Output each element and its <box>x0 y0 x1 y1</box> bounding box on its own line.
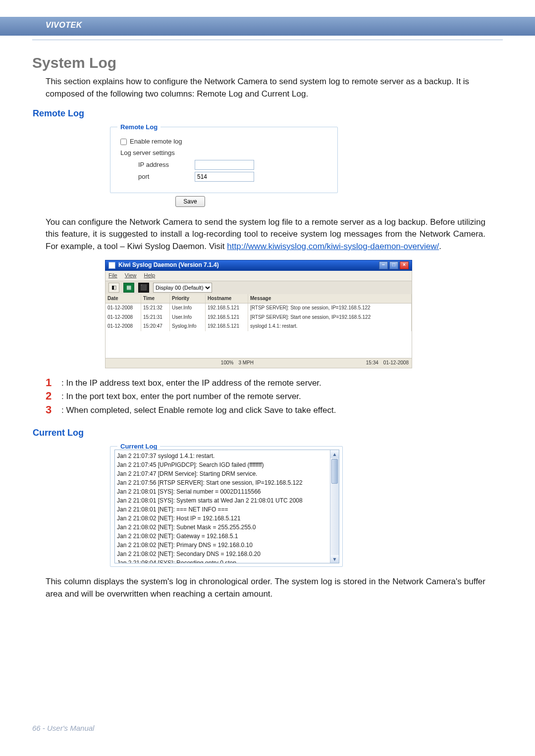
kiwi-link[interactable]: http://www.kiwisyslog.com/kiwi-syslog-da… <box>227 242 439 251</box>
page-title: System Log <box>32 54 116 71</box>
port-label: port <box>120 172 195 182</box>
status-date: 01-12-2008 <box>383 359 409 367</box>
log-line: Jan 2 21:08:02 [NET]: Secondary DNS = 19… <box>117 550 337 558</box>
display-select[interactable]: Display 00 (Default) <box>153 283 212 293</box>
toolbar-button-2[interactable]: ▦ <box>123 283 134 293</box>
table-header: Date Time Priority Hostname Message <box>106 294 412 304</box>
col-hostname[interactable]: Hostname <box>206 294 248 303</box>
scrollbar[interactable]: ▲ ▼ <box>330 450 339 563</box>
menu-bar: File View Help <box>105 271 412 281</box>
log-server-settings-label: Log server settings <box>120 149 195 158</box>
ip-address-label: IP address <box>120 160 195 170</box>
ip-address-input[interactable] <box>195 160 254 170</box>
window-titlebar: Kiwi Syslog Daemon (Version 7.1.4) – □ × <box>105 260 412 271</box>
port-input[interactable] <box>195 172 254 182</box>
save-button[interactable]: Save <box>175 196 205 207</box>
minimize-button[interactable]: – <box>379 261 388 269</box>
kiwi-syslog-window: Kiwi Syslog Daemon (Version 7.1.4) – □ ×… <box>105 260 412 368</box>
brand-label: VIVOTEK <box>46 21 82 30</box>
remote-log-description: You can configure the Network Camera to … <box>46 216 485 253</box>
current-log-figure: Current Log Jan 2 21:07:37 syslogd 1.4.1… <box>110 446 343 567</box>
step-1-text: In the IP address text box, enter the IP… <box>66 378 321 388</box>
current-log-description: This column displays the system's log in… <box>46 576 485 600</box>
log-line: Jan 2 21:08:01 [SYS]: System starts at W… <box>117 496 337 505</box>
close-button[interactable]: × <box>400 261 409 269</box>
col-date[interactable]: Date <box>106 294 141 303</box>
menu-file[interactable]: File <box>108 272 117 278</box>
step-3-text: When completed, select Enable remote log… <box>66 405 336 415</box>
page-footer: 66 - User's Manual <box>32 724 94 732</box>
menu-help[interactable]: Help <box>144 272 156 278</box>
step-number-1: 1 <box>46 377 61 388</box>
log-line: Jan 2 21:07:37 syslogd 1.4.1: restart. <box>117 452 337 460</box>
steps-list: 1 : In the IP address text box, enter th… <box>46 377 485 416</box>
step-number-3: 3 <box>46 404 61 415</box>
col-priority[interactable]: Priority <box>170 294 206 303</box>
log-line: Jan 2 21:07:47 [DRM Service]: Starting D… <box>117 469 337 478</box>
window-title: Kiwi Syslog Daemon (Version 7.1.4) <box>118 261 219 269</box>
scroll-down-icon[interactable]: ▼ <box>330 555 339 563</box>
enable-remote-log-label: Enable remote log <box>130 137 204 147</box>
table-row[interactable]: 01-12-2008 15:20:47 Syslog.Info 192.168.… <box>106 322 412 331</box>
status-time: 15:34 <box>366 359 378 367</box>
log-line: Jan 2 21:08:04 [SYS]: Recording entry 0 … <box>117 558 337 563</box>
log-line: Jan 2 21:08:02 [NET]: Host IP = 192.168.… <box>117 514 337 523</box>
remote-log-legend: Remote Log <box>117 123 160 132</box>
remote-log-desc-end: . <box>439 242 441 251</box>
table-row[interactable]: 01-12-2008 15:21:32 User.Info 192.168.5.… <box>106 303 412 313</box>
header-rule <box>32 40 503 40</box>
app-icon <box>108 262 115 269</box>
enable-remote-log-checkbox[interactable] <box>120 139 127 145</box>
log-line: Jan 2 21:08:02 [NET]: Gateway = 192.168.… <box>117 532 337 541</box>
page-number: 66 <box>32 724 41 732</box>
log-line: Jan 2 21:08:01 [SYS]: Serial number = 00… <box>117 487 337 496</box>
log-line: Jan 2 21:08:02 [NET]: Primary DNS = 192.… <box>117 541 337 550</box>
col-message[interactable]: Message <box>248 294 412 303</box>
table-row[interactable]: 01-12-2008 15:21:31 User.Info 192.168.5.… <box>106 313 412 322</box>
remote-log-figure: Remote Log Enable remote log Log server … <box>110 127 485 207</box>
toolbar-button-1[interactable]: ◧ <box>108 283 119 293</box>
log-table: Date Time Priority Hostname Message 01-1… <box>105 294 412 358</box>
intro-paragraph: This section explains how to configure t… <box>46 76 485 100</box>
menu-view[interactable]: View <box>125 272 137 278</box>
status-percent: 100% <box>221 359 234 367</box>
log-line: Jan 2 21:07:45 [UPnPIGDCP]: Search IGD f… <box>117 460 337 469</box>
col-time[interactable]: Time <box>141 294 170 303</box>
maximize-button[interactable]: □ <box>389 261 398 269</box>
step-number-2: 2 <box>46 391 61 402</box>
log-line: Jan 2 21:08:02 [NET]: Subnet Mask = 255.… <box>117 523 337 532</box>
current-log-textarea[interactable]: Jan 2 21:07:37 syslogd 1.4.1: restart. J… <box>114 450 339 563</box>
current-log-heading: Current Log <box>33 426 485 439</box>
log-line: Jan 2 21:07:56 [RTSP SERVER]: Start one … <box>117 478 337 487</box>
remote-log-heading: Remote Log <box>33 107 485 120</box>
toolbar-button-3[interactable]: ⬛ <box>138 283 149 293</box>
scroll-up-icon[interactable]: ▲ <box>330 450 339 458</box>
toolbar: ◧ ▦ ⬛ Display 00 (Default) <box>105 281 412 294</box>
status-bar: 100% 3 MPH 15:34 01-12-2008 <box>105 358 412 368</box>
scroll-thumb[interactable] <box>331 459 338 484</box>
log-line: Jan 2 21:08:01 [NET]: === NET INFO === <box>117 505 337 514</box>
step-2-text: In the port text box, enter the port num… <box>66 392 301 401</box>
footer-label: User's Manual <box>47 724 94 732</box>
status-rate: 3 MPH <box>238 359 254 367</box>
